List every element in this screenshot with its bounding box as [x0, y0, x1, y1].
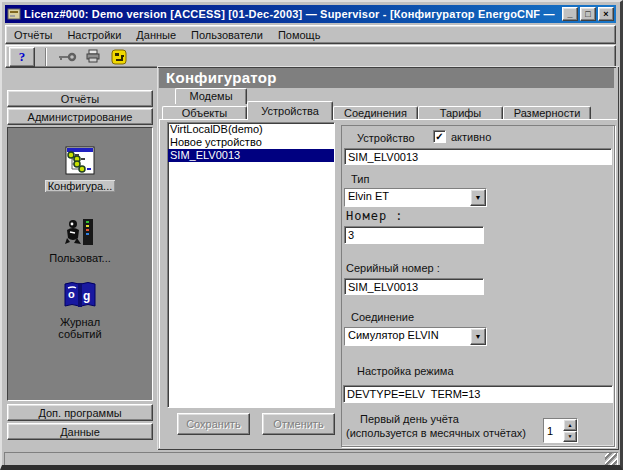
tab-connections[interactable]: Соединения [333, 106, 418, 120]
tab-modems[interactable]: Модемы [175, 88, 247, 104]
users-icon [63, 218, 97, 248]
help-button[interactable]: ? [9, 47, 35, 67]
active-checkbox[interactable]: ✓ [433, 130, 446, 143]
type-label: Тип [351, 173, 369, 185]
number-input[interactable] [344, 226, 484, 244]
tab-tariffs[interactable]: Тарифы [418, 106, 503, 120]
first-day-input[interactable] [544, 419, 563, 442]
tab-objects[interactable]: Объекты [162, 106, 247, 120]
mode-label: Настройка режима [357, 365, 454, 377]
page-title: Конфигуратор [159, 68, 614, 88]
sidebar-item-users[interactable]: Пользоват... [49, 218, 111, 264]
tab-dimensions[interactable]: Размерности [503, 106, 591, 120]
key-icon [57, 50, 77, 64]
configurator-icon [63, 146, 97, 176]
device-list[interactable]: VirtLocalDB(demo) Новое устройство SIM_E… [167, 122, 335, 408]
type-combobox-value: Elvin ET [345, 189, 470, 206]
sidebar-group-extra-programs[interactable]: Доп. программы [7, 404, 153, 421]
tab-content-devices: VirtLocalDB(demo) Новое устройство SIM_E… [159, 119, 617, 448]
close-button[interactable]: × [598, 7, 614, 21]
app-window: Licenz#000: Demo version [ACCESS] [01-De… [0, 0, 623, 470]
sidebar-item-label-line2: событий [58, 328, 101, 340]
title-bar: Licenz#000: Demo version [ACCESS] [01-De… [5, 5, 616, 23]
sidebar: Отчёты Администрирование [6, 87, 155, 445]
exit-button[interactable] [107, 47, 131, 67]
device-form: Устройство ✓ активно Тип Elvin ET ▼ Номе… [341, 125, 615, 447]
serial-label: Серийный номер : [346, 262, 440, 274]
exit-icon [111, 49, 127, 65]
list-item[interactable]: VirtLocalDB(demo) [168, 123, 334, 136]
printer-icon [85, 49, 101, 64]
device-label: Устройство [357, 132, 415, 144]
maximize-button[interactable]: □ [580, 7, 596, 21]
resize-grip[interactable] [605, 453, 617, 465]
sidebar-shortcut-panel: Конфигура... [7, 127, 153, 401]
menu-item-settings[interactable]: Настройки [67, 29, 121, 41]
cancel-button[interactable]: Отменить [262, 413, 335, 435]
minimize-button[interactable]: _ [562, 7, 578, 21]
menu-item-users[interactable]: Пользователи [191, 29, 263, 41]
list-item[interactable]: Новое устройство [168, 136, 334, 149]
first-day-label-line1: Первый день учёта [360, 413, 459, 425]
svg-text:o: o [68, 288, 75, 300]
svg-text:g: g [83, 289, 90, 303]
sidebar-item-configurator[interactable]: Конфигура... [45, 146, 116, 192]
chevron-down-icon[interactable]: ▼ [470, 328, 486, 345]
key-button[interactable] [55, 47, 79, 67]
window-controls: _ □ × [562, 7, 614, 21]
event-log-icon: o g [62, 280, 98, 312]
connection-combobox[interactable]: Симулятор ELVIN ▼ [344, 327, 487, 346]
first-day-spinner[interactable]: ▲ ▼ [543, 418, 578, 443]
spin-up-button[interactable]: ▲ [563, 419, 577, 431]
sidebar-item-label-line1: Журнал [60, 316, 100, 328]
tab-devices[interactable]: Устройства [247, 101, 333, 120]
save-button[interactable]: Сохранить [177, 413, 250, 435]
sidebar-group-data[interactable]: Данные [7, 423, 153, 440]
type-combobox[interactable]: Elvin ET ▼ [344, 188, 487, 207]
sidebar-group-administration[interactable]: Администрирование [7, 108, 153, 125]
toolbar: ? [5, 45, 616, 68]
first-day-label-line2: (используется в месячных отчётах) [346, 427, 526, 439]
serial-input[interactable] [344, 278, 484, 295]
print-button[interactable] [81, 47, 105, 67]
status-bar [4, 452, 618, 466]
main-panel: Конфигуратор Модемы Объекты Устройства С… [157, 66, 619, 450]
window-title: Licenz#000: Demo version [ACCESS] [01-De… [24, 8, 558, 20]
menu-item-data[interactable]: Данные [136, 29, 176, 41]
chevron-down-icon[interactable]: ▼ [470, 189, 486, 206]
sidebar-item-label: Конфигура... [45, 180, 116, 192]
number-label: Номер : [346, 209, 404, 223]
menu-bar: Отчёты Настройки Данные Пользователи Пом… [5, 25, 616, 44]
spin-down-button[interactable]: ▼ [563, 431, 577, 443]
sidebar-item-label: Пользоват... [49, 252, 111, 264]
sidebar-item-event-log[interactable]: o g Журнал событий [58, 280, 101, 340]
mode-input[interactable] [343, 385, 613, 403]
toolbar-separator [45, 48, 47, 66]
list-item-selected[interactable]: SIM_ELV0013 [168, 149, 334, 162]
device-name-input[interactable] [344, 148, 612, 165]
connection-label: Соединение [351, 311, 414, 323]
connection-combobox-value: Симулятор ELVIN [345, 328, 470, 345]
app-icon [7, 7, 21, 21]
active-checkbox-label: активно [451, 131, 491, 143]
menu-item-reports[interactable]: Отчёты [14, 29, 52, 41]
menu-item-help[interactable]: Помощь [278, 29, 321, 41]
sidebar-group-reports[interactable]: Отчёты [7, 90, 153, 107]
